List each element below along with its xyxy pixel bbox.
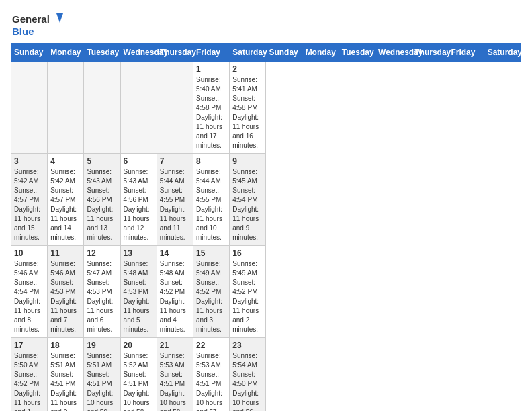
weekday-header: Monday	[302, 44, 339, 62]
day-number: 20	[124, 340, 154, 350]
day-info: Sunrise: 5:40 AM Sunset: 4:58 PM Dayligh…	[196, 75, 226, 150]
weekday-header: Thursday	[412, 44, 448, 62]
weekday-header: Wednesday	[375, 44, 412, 62]
day-number: 19	[87, 340, 117, 350]
calendar-cell: 7Sunrise: 5:44 AM Sunset: 4:55 PM Daylig…	[157, 154, 193, 246]
day-info: Sunrise: 5:53 AM Sunset: 4:51 PM Dayligh…	[160, 351, 190, 411]
day-number: 11	[50, 248, 81, 258]
day-number: 16	[232, 248, 263, 258]
day-info: Sunrise: 5:49 AM Sunset: 4:52 PM Dayligh…	[232, 259, 263, 334]
weekday-header: Monday	[48, 44, 84, 62]
day-number: 18	[50, 340, 81, 350]
day-number: 6	[124, 156, 154, 166]
calendar-cell: 15Sunrise: 5:49 AM Sunset: 4:52 PM Dayli…	[193, 246, 230, 338]
day-info: Sunrise: 5:49 AM Sunset: 4:52 PM Dayligh…	[196, 259, 226, 334]
weekday-header: Saturday	[230, 44, 266, 62]
calendar-cell: 12Sunrise: 5:47 AM Sunset: 4:53 PM Dayli…	[84, 246, 120, 338]
day-info: Sunrise: 5:44 AM Sunset: 4:55 PM Dayligh…	[160, 167, 190, 242]
calendar-cell: 1Sunrise: 5:40 AM Sunset: 4:58 PM Daylig…	[193, 62, 230, 154]
header: GeneralBlue	[11, 11, 521, 38]
day-number: 15	[196, 248, 226, 258]
day-info: Sunrise: 5:43 AM Sunset: 4:56 PM Dayligh…	[124, 167, 154, 242]
day-number: 3	[14, 156, 44, 166]
day-info: Sunrise: 5:45 AM Sunset: 4:54 PM Dayligh…	[232, 167, 263, 242]
day-number: 21	[160, 340, 190, 350]
svg-text:General: General	[12, 13, 50, 25]
day-info: Sunrise: 5:51 AM Sunset: 4:51 PM Dayligh…	[50, 351, 81, 411]
day-number: 1	[196, 64, 226, 74]
calendar-cell	[84, 62, 120, 154]
day-info: Sunrise: 5:47 AM Sunset: 4:53 PM Dayligh…	[87, 259, 117, 334]
logo-icon: GeneralBlue	[11, 11, 64, 38]
day-info: Sunrise: 5:53 AM Sunset: 4:51 PM Dayligh…	[196, 351, 226, 411]
day-number: 23	[232, 340, 263, 350]
day-number: 13	[124, 248, 154, 258]
day-number: 8	[196, 156, 226, 166]
calendar-week-row: 10Sunrise: 5:46 AM Sunset: 4:54 PM Dayli…	[11, 246, 521, 338]
calendar-cell: 21Sunrise: 5:53 AM Sunset: 4:51 PM Dayli…	[157, 338, 193, 412]
calendar-cell: 11Sunrise: 5:46 AM Sunset: 4:53 PM Dayli…	[48, 246, 84, 338]
calendar-cell	[120, 62, 157, 154]
day-number: 7	[160, 156, 190, 166]
day-info: Sunrise: 5:54 AM Sunset: 4:50 PM Dayligh…	[232, 351, 263, 411]
calendar-table: SundayMondayTuesdayWednesdayThursdayFrid…	[11, 43, 521, 411]
day-number: 5	[87, 156, 117, 166]
calendar-cell: 17Sunrise: 5:50 AM Sunset: 4:52 PM Dayli…	[11, 338, 48, 412]
day-info: Sunrise: 5:41 AM Sunset: 4:58 PM Dayligh…	[232, 75, 263, 150]
weekday-header: Sunday	[266, 44, 302, 62]
day-number: 10	[14, 248, 44, 258]
day-number: 2	[232, 64, 263, 74]
svg-marker-2	[56, 13, 63, 23]
calendar-cell	[48, 62, 84, 154]
calendar-cell: 2Sunrise: 5:41 AM Sunset: 4:58 PM Daylig…	[230, 62, 266, 154]
calendar-cell: 19Sunrise: 5:51 AM Sunset: 4:51 PM Dayli…	[84, 338, 120, 412]
calendar-cell	[11, 62, 48, 154]
calendar-cell: 5Sunrise: 5:43 AM Sunset: 4:56 PM Daylig…	[84, 154, 120, 246]
day-info: Sunrise: 5:52 AM Sunset: 4:51 PM Dayligh…	[124, 351, 154, 411]
calendar-cell: 6Sunrise: 5:43 AM Sunset: 4:56 PM Daylig…	[120, 154, 157, 246]
calendar-cell: 3Sunrise: 5:42 AM Sunset: 4:57 PM Daylig…	[11, 154, 48, 246]
calendar-cell: 9Sunrise: 5:45 AM Sunset: 4:54 PM Daylig…	[230, 154, 266, 246]
weekday-header: Tuesday	[84, 44, 120, 62]
calendar-cell: 13Sunrise: 5:48 AM Sunset: 4:53 PM Dayli…	[120, 246, 157, 338]
weekday-header: Wednesday	[120, 44, 157, 62]
calendar-cell: 22Sunrise: 5:53 AM Sunset: 4:51 PM Dayli…	[193, 338, 230, 412]
calendar-week-row: 1Sunrise: 5:40 AM Sunset: 4:58 PM Daylig…	[11, 62, 521, 154]
calendar-cell: 20Sunrise: 5:52 AM Sunset: 4:51 PM Dayli…	[120, 338, 157, 412]
weekday-header: Thursday	[157, 44, 193, 62]
calendar-week-row: 17Sunrise: 5:50 AM Sunset: 4:52 PM Dayli…	[11, 338, 521, 412]
day-info: Sunrise: 5:42 AM Sunset: 4:57 PM Dayligh…	[50, 167, 81, 242]
calendar-cell: 4Sunrise: 5:42 AM Sunset: 4:57 PM Daylig…	[48, 154, 84, 246]
calendar-cell	[157, 62, 193, 154]
day-number: 14	[160, 248, 190, 258]
day-info: Sunrise: 5:48 AM Sunset: 4:53 PM Dayligh…	[124, 259, 154, 334]
day-number: 17	[14, 340, 44, 350]
weekday-header-row: SundayMondayTuesdayWednesdayThursdayFrid…	[11, 44, 521, 62]
weekday-header: Friday	[193, 44, 230, 62]
day-number: 4	[50, 156, 81, 166]
calendar-cell: 14Sunrise: 5:48 AM Sunset: 4:52 PM Dayli…	[157, 246, 193, 338]
logo: GeneralBlue	[11, 11, 64, 38]
svg-text:Blue: Blue	[12, 26, 34, 37]
weekday-header: Friday	[448, 44, 484, 62]
day-info: Sunrise: 5:48 AM Sunset: 4:52 PM Dayligh…	[160, 259, 190, 334]
calendar-cell: 10Sunrise: 5:46 AM Sunset: 4:54 PM Dayli…	[11, 246, 48, 338]
calendar-cell: 18Sunrise: 5:51 AM Sunset: 4:51 PM Dayli…	[48, 338, 84, 412]
day-info: Sunrise: 5:42 AM Sunset: 4:57 PM Dayligh…	[14, 167, 44, 242]
day-info: Sunrise: 5:44 AM Sunset: 4:55 PM Dayligh…	[196, 167, 226, 242]
day-number: 12	[87, 248, 117, 258]
weekday-header: Tuesday	[339, 44, 375, 62]
calendar-week-row: 3Sunrise: 5:42 AM Sunset: 4:57 PM Daylig…	[11, 154, 521, 246]
day-info: Sunrise: 5:46 AM Sunset: 4:54 PM Dayligh…	[14, 259, 44, 334]
calendar-cell: 8Sunrise: 5:44 AM Sunset: 4:55 PM Daylig…	[193, 154, 230, 246]
calendar-cell: 16Sunrise: 5:49 AM Sunset: 4:52 PM Dayli…	[230, 246, 266, 338]
day-info: Sunrise: 5:50 AM Sunset: 4:52 PM Dayligh…	[14, 351, 44, 411]
day-number: 22	[196, 340, 226, 350]
weekday-header: Sunday	[11, 44, 48, 62]
day-info: Sunrise: 5:51 AM Sunset: 4:51 PM Dayligh…	[87, 351, 117, 411]
weekday-header: Saturday	[484, 44, 521, 62]
day-number: 9	[232, 156, 263, 166]
day-info: Sunrise: 5:43 AM Sunset: 4:56 PM Dayligh…	[87, 167, 117, 242]
calendar-cell: 23Sunrise: 5:54 AM Sunset: 4:50 PM Dayli…	[230, 338, 266, 412]
day-info: Sunrise: 5:46 AM Sunset: 4:53 PM Dayligh…	[50, 259, 81, 334]
